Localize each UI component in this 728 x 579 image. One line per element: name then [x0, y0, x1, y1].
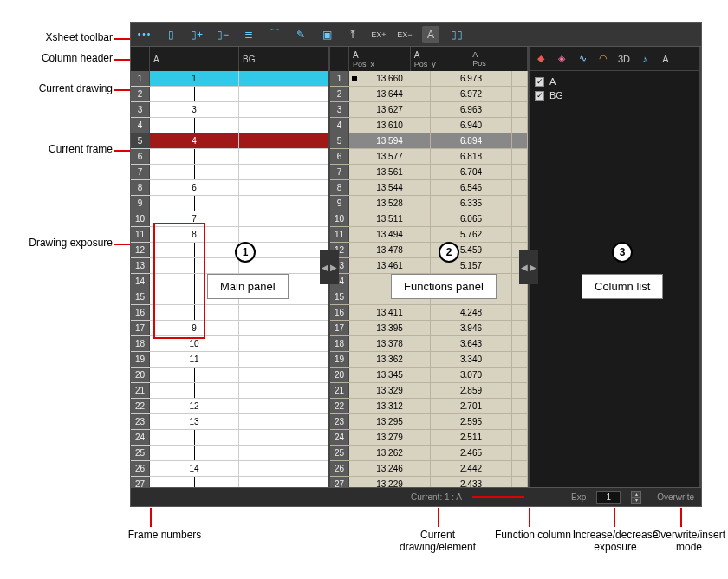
- table-row[interactable]: 13: [131, 258, 328, 274]
- cell-bg[interactable]: [239, 368, 328, 382]
- cell-bg[interactable]: [239, 118, 328, 133]
- cell-a[interactable]: 4: [150, 133, 239, 148]
- cell-posx[interactable]: 13.660: [349, 71, 431, 86]
- cell-pos[interactable]: [512, 477, 528, 487]
- table-row[interactable]: 2: [131, 87, 328, 102]
- table-row[interactable]: 1013.5116.065: [330, 211, 528, 227]
- cell-a[interactable]: 12: [150, 399, 239, 413]
- cell-posx[interactable]: 13.378: [349, 336, 431, 351]
- cell-posy[interactable]: 3.070: [431, 368, 512, 382]
- column-filter-tab[interactable]: ◆: [533, 51, 549, 67]
- cell-a[interactable]: 13: [150, 414, 239, 429]
- cell-posy[interactable]: 2.859: [431, 383, 512, 398]
- table-row[interactable]: 613.5776.818: [330, 149, 528, 165]
- table-row[interactable]: 2212: [131, 399, 328, 414]
- table-row[interactable]: 1313.4615.157: [330, 258, 528, 274]
- cell-posx[interactable]: 13.627: [349, 102, 431, 117]
- list-item[interactable]: ✓BG: [535, 88, 694, 102]
- cell-posy[interactable]: 6.704: [431, 165, 512, 179]
- cell-posy[interactable]: 2.595: [431, 414, 512, 429]
- cell-posy[interactable]: 2.442: [431, 461, 512, 476]
- table-row[interactable]: 2213.3122.701: [330, 399, 528, 414]
- table-row[interactable]: 213.6446.972: [330, 87, 528, 102]
- table-row[interactable]: 1913.3623.340: [330, 352, 528, 368]
- cell-posx[interactable]: 13.411: [349, 305, 431, 320]
- checkbox-icon[interactable]: ✓: [535, 77, 544, 87]
- table-row[interactable]: 513.5946.894: [330, 133, 528, 149]
- cell-posy[interactable]: 6.065: [431, 211, 512, 226]
- cell-bg[interactable]: [239, 352, 328, 367]
- exposure-stepper[interactable]: ▴ ▾: [631, 491, 641, 504]
- cell-bg[interactable]: [239, 446, 328, 460]
- cell-posx[interactable]: 13.561: [349, 165, 431, 179]
- cell-bg[interactable]: [239, 196, 328, 211]
- cell-a[interactable]: 9: [150, 321, 239, 335]
- cell-pos[interactable]: [512, 165, 528, 179]
- lines-icon[interactable]: ≣: [240, 26, 257, 43]
- cell-posx[interactable]: 13.362: [349, 352, 431, 367]
- cell-bg[interactable]: [239, 149, 328, 164]
- cell-posy[interactable]: 2.465: [431, 446, 512, 460]
- table-row[interactable]: 2614: [131, 461, 328, 477]
- cell-a[interactable]: [150, 446, 239, 460]
- table-row[interactable]: 2313.2952.595: [330, 414, 528, 430]
- column-a-header[interactable]: A: [150, 47, 239, 71]
- cell-pos[interactable]: [512, 149, 528, 164]
- table-row[interactable]: 1713.3953.946: [330, 321, 528, 336]
- table-row[interactable]: 713.5616.704: [330, 165, 528, 180]
- cell-posy[interactable]: 6.963: [431, 102, 512, 117]
- stepper-up-icon[interactable]: ▴: [631, 491, 641, 498]
- cell-posy[interactable]: 2.701: [431, 399, 512, 413]
- cell-posy[interactable]: 6.818: [431, 149, 512, 164]
- table-row[interactable]: 4: [131, 118, 328, 133]
- cell-pos[interactable]: [512, 71, 528, 86]
- scroll-left-icon[interactable]: ◀: [519, 250, 530, 284]
- cell-bg[interactable]: [239, 87, 328, 101]
- cell-pos[interactable]: [512, 383, 528, 398]
- table-row[interactable]: 11: [131, 71, 328, 87]
- mode-toggle[interactable]: Overwrite: [657, 492, 694, 502]
- cell-posx[interactable]: 13.329: [349, 383, 431, 398]
- cell-a[interactable]: [150, 430, 239, 445]
- upload-icon[interactable]: ⤒: [344, 26, 361, 43]
- column-filter-tab[interactable]: ◠: [595, 51, 611, 67]
- cell-bg[interactable]: [239, 102, 328, 117]
- cell-pos[interactable]: [512, 321, 528, 335]
- cell-pos[interactable]: [512, 352, 528, 367]
- exposure-input[interactable]: [596, 491, 621, 504]
- list-item[interactable]: ✓A: [535, 75, 694, 88]
- table-row[interactable]: 7: [131, 165, 328, 180]
- stepper-down-icon[interactable]: ▾: [631, 498, 641, 504]
- table-row[interactable]: 1911: [131, 352, 328, 368]
- table-row[interactable]: 113.6606.973: [330, 71, 528, 87]
- letter-a-icon[interactable]: A: [422, 26, 439, 43]
- table-row[interactable]: 1810: [131, 336, 328, 352]
- add-column-icon[interactable]: ▯: [162, 26, 179, 43]
- cell-posy[interactable]: 6.973: [431, 71, 512, 86]
- table-row[interactable]: 179: [131, 321, 328, 336]
- cell-posx[interactable]: 13.312: [349, 399, 431, 413]
- cell-posy[interactable]: 3.340: [431, 352, 512, 367]
- cell-posx[interactable]: 13.461: [349, 258, 431, 273]
- table-row[interactable]: 12: [131, 243, 328, 258]
- cell-a[interactable]: [150, 305, 239, 320]
- cell-posx[interactable]: 13.511: [349, 211, 431, 226]
- cell-posy[interactable]: 6.894: [431, 133, 512, 148]
- cell-posy[interactable]: 6.546: [431, 180, 512, 195]
- cell-a[interactable]: [150, 196, 239, 211]
- column-filter-tab[interactable]: ◈: [554, 51, 569, 67]
- table-row[interactable]: 1213.4785.459: [330, 243, 528, 258]
- column-filter-tab[interactable]: ∿: [575, 51, 590, 67]
- table-row[interactable]: 2113.3292.859: [330, 383, 528, 399]
- cell-a[interactable]: 3: [150, 102, 239, 117]
- cell-bg[interactable]: [239, 430, 328, 445]
- cell-bg[interactable]: [239, 165, 328, 179]
- table-row[interactable]: 54: [131, 133, 328, 149]
- cell-a[interactable]: [150, 118, 239, 133]
- cell-bg[interactable]: [239, 211, 328, 226]
- table-row[interactable]: 86: [131, 180, 328, 196]
- table-row[interactable]: 413.6106.940: [330, 118, 528, 133]
- cell-a[interactable]: [150, 477, 239, 487]
- table-row[interactable]: 25: [131, 446, 328, 461]
- cell-a[interactable]: 14: [150, 461, 239, 476]
